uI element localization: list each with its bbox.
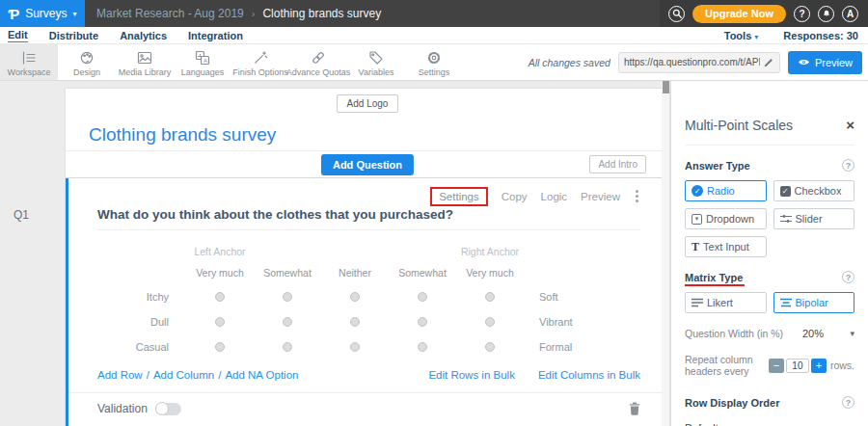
question-more-menu[interactable]: [634, 188, 640, 204]
settings-sidebar: Multi-Point Scales × Answer Type ? ✓ Rad…: [670, 81, 868, 426]
rows-suffix-label: rows.: [830, 359, 854, 371]
matrix-type-likert[interactable]: Likert: [685, 292, 767, 313]
radio-option[interactable]: [350, 292, 360, 302]
delete-question-button[interactable]: [629, 402, 640, 415]
help-icon[interactable]: ?: [842, 271, 854, 283]
breadcrumb-folder-link[interactable]: Market Research - Aug 2019: [96, 7, 244, 20]
validation-toggle[interactable]: [155, 403, 181, 415]
surveys-menu-label: Surveys: [25, 7, 67, 20]
repeat-headers-label: Repeat column headers every: [685, 354, 763, 377]
add-question-button[interactable]: Add Question: [321, 154, 414, 175]
chevron-down-icon: ▾: [73, 10, 77, 18]
responses-count-link[interactable]: Responses: 30: [783, 30, 858, 41]
matrix-type-bipolar[interactable]: Bipolar: [773, 292, 855, 313]
upgrade-now-button[interactable]: Upgrade Now: [692, 5, 786, 23]
answer-type-header: Answer Type ?: [685, 159, 854, 172]
toolbar-item-media-library[interactable]: Media Library: [116, 44, 174, 80]
answer-type-checkbox[interactable]: ✓ Checkbox: [773, 180, 855, 201]
radio-option[interactable]: [215, 342, 225, 352]
add-intro-button[interactable]: Add Intro: [589, 155, 646, 173]
canvas-scrollbar[interactable]: [662, 81, 669, 426]
toolbar-item-variables[interactable]: Variables: [347, 44, 405, 80]
toolbar-item-label: Design: [73, 67, 100, 77]
app-root: Ƥ Surveys ▾ Market Research - Aug 2019 ›…: [0, 0, 868, 426]
radio-option[interactable]: [418, 317, 427, 327]
row-left-label[interactable]: Itchy: [97, 291, 186, 303]
tab-edit[interactable]: Edit: [8, 29, 28, 42]
radio-option[interactable]: [418, 292, 427, 302]
scrollbar-thumb[interactable]: [663, 81, 669, 93]
link-separator: /: [218, 369, 221, 381]
tools-label: Tools: [724, 30, 752, 41]
survey-url-field[interactable]: https://qa.questionpro.com/t/APNrFZfQ: [618, 52, 780, 73]
checkbox-icon: ✓: [780, 186, 791, 197]
surveys-menu-button[interactable]: Ƥ Surveys ▾: [0, 0, 85, 27]
tab-analytics[interactable]: Analytics: [120, 30, 167, 41]
section-tab-bar: Edit Distribute Analytics Integration To…: [0, 27, 868, 43]
survey-title[interactable]: Clothing brands survey: [66, 113, 669, 146]
answer-type-dropdown[interactable]: ▾ Dropdown: [685, 208, 767, 229]
row-right-label[interactable]: Formal: [524, 341, 669, 353]
radio-option[interactable]: [283, 292, 292, 302]
question-action-settings[interactable]: Settings: [430, 187, 488, 206]
help-icon[interactable]: ?: [842, 396, 854, 409]
survey-url-text: https://qa.questionpro.com/t/APNrFZfQ: [624, 57, 760, 67]
radio-option[interactable]: [485, 317, 495, 327]
answer-type-text-input[interactable]: T Text Input: [685, 236, 767, 257]
row-right-label[interactable]: Soft: [524, 291, 669, 303]
likert-icon: [692, 298, 703, 307]
row-left-label[interactable]: Casual: [97, 341, 186, 353]
radio-option[interactable]: [418, 342, 427, 352]
toolbar-item-settings[interactable]: Settings: [405, 44, 463, 80]
toolbar-item-finish-options[interactable]: Finish Options: [231, 44, 289, 80]
help-icon[interactable]: ?: [842, 159, 854, 172]
toolbar-item-languages[interactable]: A Languages: [174, 44, 231, 80]
notifications-button[interactable]: [818, 6, 834, 22]
row-display-order-select[interactable]: Default ▾: [685, 422, 818, 426]
right-anchor-label: Right Anchor: [456, 246, 524, 257]
toolbar-item-workspace[interactable]: Workspace: [0, 44, 58, 80]
add-logo-button[interactable]: Add Logo: [337, 94, 399, 113]
row-left-label[interactable]: Dull: [97, 316, 186, 328]
question-width-value[interactable]: 20%: [802, 328, 824, 339]
search-button[interactable]: [668, 6, 685, 22]
radio-option[interactable]: [350, 317, 360, 327]
minus-button[interactable]: −: [769, 359, 784, 373]
answer-type-radio[interactable]: ✓ Radio: [685, 180, 767, 201]
edit-rows-bulk-link[interactable]: Edit Rows in Bulk: [428, 369, 514, 381]
add-column-link[interactable]: Add Column: [153, 369, 214, 381]
edit-columns-bulk-link[interactable]: Edit Columns in Bulk: [538, 369, 640, 381]
toolbar-item-design[interactable]: Design: [58, 44, 116, 80]
radio-option[interactable]: [283, 317, 292, 327]
help-button[interactable]: ?: [794, 6, 810, 22]
row-right-label[interactable]: Vibrant: [524, 316, 669, 328]
pencil-icon[interactable]: [764, 57, 774, 67]
radio-option[interactable]: [283, 342, 292, 352]
radio-option[interactable]: [350, 342, 360, 352]
radio-option[interactable]: [485, 342, 495, 352]
preview-button[interactable]: Preview: [788, 51, 862, 74]
add-row-link[interactable]: Add Row: [97, 369, 143, 381]
tab-integration[interactable]: Integration: [188, 30, 243, 41]
toolbar-item-advance-quotas[interactable]: Advance Quotas: [289, 44, 347, 80]
radio-option[interactable]: [215, 317, 225, 327]
radio-option[interactable]: [485, 292, 495, 302]
answer-type-slider[interactable]: Slider: [773, 208, 855, 229]
question-text[interactable]: What do you think about the clothes that…: [97, 207, 640, 222]
question-action-logic[interactable]: Logic: [541, 191, 568, 202]
plus-button[interactable]: +: [811, 359, 827, 373]
question-number: Q1: [14, 208, 29, 222]
left-anchor-label: Left Anchor: [186, 246, 254, 257]
close-icon[interactable]: ×: [846, 120, 854, 131]
radio-option[interactable]: [215, 292, 225, 302]
tab-distribute[interactable]: Distribute: [49, 30, 98, 41]
repeat-rows-input[interactable]: [786, 359, 809, 373]
trash-icon: [629, 402, 640, 415]
add-na-option-link[interactable]: Add NA Option: [225, 369, 298, 381]
question-action-preview[interactable]: Preview: [581, 191, 620, 202]
tools-menu[interactable]: Tools ▾: [724, 30, 759, 41]
chevron-down-icon[interactable]: ▾: [850, 329, 854, 338]
toolbar-item-label: Settings: [419, 67, 450, 77]
avatar[interactable]: A: [842, 6, 858, 22]
question-action-copy[interactable]: Copy: [502, 191, 528, 202]
